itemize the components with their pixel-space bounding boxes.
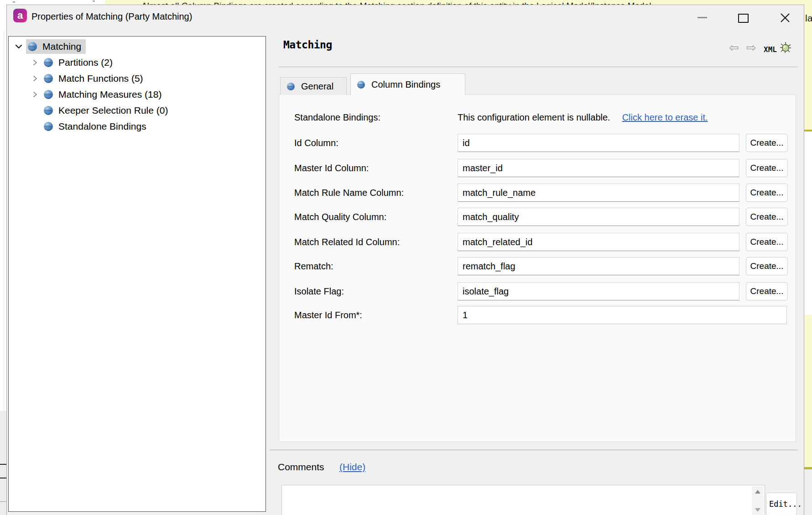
properties-dialog: a Properties of Matching (Party Matching… xyxy=(6,5,804,515)
background-window-left-strip xyxy=(0,501,6,502)
create-button[interactable]: Create... xyxy=(746,282,788,300)
tree-item[interactable]: Partitions (2) xyxy=(9,54,265,70)
xml-view-button[interactable]: XML xyxy=(764,45,777,54)
chevron-right-icon[interactable] xyxy=(31,89,39,100)
tab-column-bindings[interactable]: Column Bindings xyxy=(350,74,465,95)
field-row: Rematch:Create... xyxy=(7,257,804,275)
comments-hide-link[interactable]: (Hide) xyxy=(339,462,365,473)
tree-item-label: Matching Measures (18) xyxy=(58,89,161,100)
close-icon xyxy=(780,13,790,23)
comments-text xyxy=(285,487,749,515)
create-button[interactable]: Create... xyxy=(746,257,788,275)
tree-item-body: Matching Measures (18) xyxy=(42,87,166,102)
app-logo-icon: a xyxy=(13,9,27,22)
field-label: Master Id From*: xyxy=(294,306,362,324)
validate-bug-icon[interactable] xyxy=(780,42,791,53)
comments-scrollbar[interactable] xyxy=(752,486,764,515)
field-label: Match Rule Name Column: xyxy=(294,184,404,202)
close-button[interactable] xyxy=(780,13,790,23)
background-window-left-strip xyxy=(0,411,6,515)
entity-icon xyxy=(44,74,53,83)
field-row: Match Rule Name Column:Create... xyxy=(7,184,804,202)
tree-item-body: Match Functions (5) xyxy=(42,71,148,86)
tree-item-body: Matching xyxy=(26,39,86,54)
entity-icon xyxy=(287,83,295,90)
field-input[interactable] xyxy=(458,184,739,202)
background-window-right-strip xyxy=(804,469,812,515)
field-input[interactable] xyxy=(458,233,739,251)
background-artifact xyxy=(13,1,15,3)
entity-icon xyxy=(28,42,37,51)
standalone-bindings-row: Standalone Bindings: This configuration … xyxy=(7,112,804,126)
chevron-right-icon[interactable] xyxy=(31,74,39,84)
create-button[interactable]: Create... xyxy=(746,184,788,202)
minimize-button[interactable] xyxy=(697,17,707,18)
tab-label: Column Bindings xyxy=(371,79,440,90)
create-button[interactable]: Create... xyxy=(746,134,788,152)
nav-forward-icon[interactable]: ⇨ xyxy=(746,42,756,53)
chevron-right-icon[interactable] xyxy=(31,58,39,68)
background-window-right-strip xyxy=(804,315,812,469)
field-label: Standalone Bindings: xyxy=(294,112,380,123)
tree-item-body: Partitions (2) xyxy=(42,55,117,70)
scroll-down-icon[interactable] xyxy=(755,508,760,512)
comments-divider xyxy=(270,450,798,450)
nullable-message: This configuration element is nullable. xyxy=(458,112,610,123)
background-clipped-text: Almost all Column Bindings are created a… xyxy=(141,1,651,5)
background-window-strip: Almost all Column Bindings are created a… xyxy=(105,0,812,5)
background-artifact xyxy=(93,0,95,2)
comments-label: Comments xyxy=(278,462,324,473)
entity-icon xyxy=(44,58,53,67)
create-button[interactable]: Create... xyxy=(746,159,788,177)
maximize-button[interactable] xyxy=(738,14,749,23)
field-input[interactable] xyxy=(458,134,739,152)
tree-item-label: Matching xyxy=(42,41,81,52)
field-row: Match Quality Column:Create... xyxy=(7,208,804,226)
field-input[interactable] xyxy=(458,208,739,226)
field-row: Master Id From*: xyxy=(7,306,804,324)
field-row: Master Id Column:Create... xyxy=(7,159,804,177)
field-row: Isolate Flag:Create... xyxy=(7,282,804,300)
field-label: Isolate Flag: xyxy=(294,282,344,300)
entity-icon xyxy=(357,81,365,89)
edit-comments-button[interactable]: Edit... xyxy=(766,493,797,515)
tree-item-label: Match Functions (5) xyxy=(58,73,143,84)
window-title: Properties of Matching (Party Matching) xyxy=(31,11,192,22)
tree-item[interactable]: Match Functions (5) xyxy=(9,70,265,86)
field-label: Match Quality Column: xyxy=(294,208,386,226)
comments-textarea[interactable] xyxy=(281,485,765,515)
field-row: Match Related Id Column:Create... xyxy=(7,233,804,251)
field-label: Master Id Column: xyxy=(294,159,369,177)
screen: Almost all Column Bindings are created a… xyxy=(0,0,812,515)
field-input[interactable] xyxy=(458,159,739,177)
field-label: Id Column: xyxy=(294,134,338,152)
title-bar[interactable]: a Properties of Matching (Party Matching… xyxy=(7,5,804,30)
field-label: Match Related Id Column: xyxy=(294,233,400,251)
tab-general[interactable]: General xyxy=(280,77,347,95)
header-divider xyxy=(279,67,798,67)
field-row: Id Column:Create... xyxy=(7,134,804,152)
field-input[interactable] xyxy=(458,257,739,275)
nav-back-icon[interactable]: ⇦ xyxy=(729,42,739,53)
erase-link[interactable]: Click here to erase it. xyxy=(622,112,708,123)
scroll-up-icon[interactable] xyxy=(755,490,760,494)
chevron-down-icon[interactable] xyxy=(14,42,24,52)
background-clipped-text: la xyxy=(805,13,812,24)
tree-item-label: Partitions (2) xyxy=(58,57,113,68)
create-button[interactable]: Create... xyxy=(746,233,788,251)
background-window-right-strip: la xyxy=(804,0,812,131)
field-input[interactable] xyxy=(458,306,787,324)
detail-title: Matching xyxy=(283,39,332,51)
create-button[interactable]: Create... xyxy=(746,208,788,226)
background-window-left-strip xyxy=(4,31,4,411)
tab-label: General xyxy=(301,81,333,92)
tree-item[interactable]: Matching xyxy=(9,38,265,54)
tree-item[interactable]: Matching Measures (18) xyxy=(9,86,265,102)
field-input[interactable] xyxy=(458,282,739,300)
field-label: Rematch: xyxy=(294,257,333,275)
entity-icon xyxy=(44,90,53,99)
